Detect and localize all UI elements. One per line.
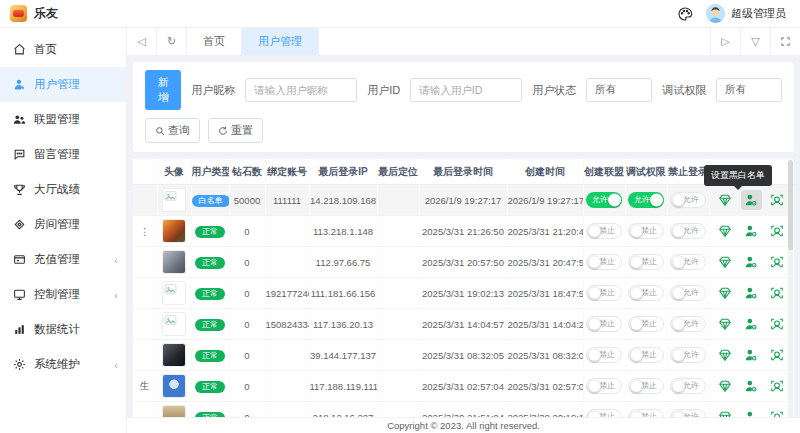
table-row[interactable]: 正常 0 1921772407 111.181.66.156 2025/3/31… [133,278,793,309]
face-review-icon[interactable] [767,190,788,210]
toggle-switch[interactable]: 允许 [670,223,706,239]
toggle-switch[interactable]: 允许 [670,347,706,363]
diamond-icon[interactable] [715,252,736,272]
face-review-icon[interactable] [767,283,788,303]
toggle-switch[interactable]: 允许 [586,192,622,208]
diamonds-cell: 0 [229,216,265,247]
toggle-switch[interactable]: 禁止 [628,285,664,301]
sidebar-item-data-statistics[interactable]: 数据统计 [0,312,126,347]
diamond-icon[interactable] [715,190,736,210]
user-settings-icon[interactable] [741,283,762,303]
toggle-switch[interactable]: 禁止 [586,285,622,301]
table-row[interactable]: 正常 0 112.97.66.75 2025/3/31 20:57:50 202… [133,247,793,278]
table-row[interactable]: ⋮ 正常 0 113.218.1.148 2025/3/31 21:26:50 … [133,216,793,247]
face-review-icon[interactable] [767,376,788,396]
add-button[interactable]: 新增 [145,70,181,110]
debug-permission-toggle-cell: 禁止 [625,247,667,278]
toggle-switch[interactable]: 允许 [670,409,706,417]
toggle-switch[interactable]: 禁止 [628,316,664,332]
column-header: 头像 [157,159,191,185]
avatar-cell [157,402,191,418]
last-login-ip-cell: 117.136.20.13 [309,309,377,340]
face-review-icon[interactable] [767,345,788,365]
user-settings-icon[interactable] [741,407,762,417]
sidebar-item-home[interactable]: 首页 [0,32,126,67]
toggle-switch[interactable]: 禁止 [586,223,622,239]
tab-home[interactable]: 首页 [187,28,242,55]
fullscreen-icon[interactable] [770,28,800,55]
user-settings-icon[interactable] [741,314,762,334]
column-header: 最后登录IP [309,159,377,185]
toggle-switch[interactable]: 禁止 [586,316,622,332]
toggle-switch[interactable]: 允许 [628,192,664,208]
column-header: 最后定位 [377,159,419,185]
last-login-ip-cell: 113.218.1.148 [309,216,377,247]
scrollbar-thumb[interactable] [788,160,793,250]
toggle-switch[interactable]: 禁止 [628,347,664,363]
search-button[interactable]: 查询 [145,118,200,143]
last-location-cell [377,247,419,278]
toggle-switch[interactable]: 禁止 [586,378,622,394]
sidebar-item-room-management[interactable]: 房间管理 [0,207,126,242]
table-row[interactable]: 正常 0 15082433405 117.136.20.13 2025/3/31… [133,309,793,340]
nickname-input[interactable] [245,78,357,102]
table-row[interactable]: 白名单 50000 111111 14.218.109.168 2026/1/9… [133,185,793,216]
face-review-icon[interactable] [767,252,788,272]
toggle-switch[interactable]: 禁止 [628,223,664,239]
sidebar-item-label: 房间管理 [34,217,80,232]
toggle-switch[interactable]: 禁止 [586,254,622,270]
toggle-switch[interactable]: 禁止 [586,409,622,417]
toggle-switch[interactable]: 禁止 [628,409,664,417]
user-settings-icon[interactable] [741,252,762,272]
table-row[interactable]: 正常 0 39.144.177.137 2025/3/31 08:32:05 2… [133,340,793,371]
toggle-switch[interactable]: 允许 [670,285,706,301]
user-settings-icon[interactable] [741,376,762,396]
toggle-switch[interactable]: 允许 [670,192,706,208]
diamond-icon[interactable] [715,376,736,396]
vertical-scrollbar[interactable] [788,160,793,417]
table-row[interactable]: 生 正常 0 117.188.119.111 2025/3/31 02:57:0… [133,371,793,402]
tabbar-spacer [319,28,710,55]
face-review-icon[interactable] [767,314,788,334]
sidebar-item-message-management[interactable]: 留言管理 [0,137,126,172]
user-status-label: 用户状态 [532,83,576,98]
theme-palette-icon[interactable] [676,5,694,23]
diamond-icon[interactable] [715,345,736,365]
operations-cell [709,247,793,278]
avatar-cell [157,247,191,278]
tab-forward-icon[interactable]: ▷ [710,28,740,55]
user-settings-icon[interactable] [741,221,762,241]
tab-refresh-icon[interactable]: ↻ [157,28,187,55]
toggle-switch[interactable]: 允许 [670,378,706,394]
user-settings-icon[interactable] [741,190,762,210]
sidebar-item-system-maintenance[interactable]: 系统维护 ‹ [0,347,126,382]
tab-dropdown-icon[interactable]: ▽ [740,28,770,55]
diamond-icon[interactable] [715,221,736,241]
toggle-switch[interactable]: 允许 [670,254,706,270]
sidebar-item-user-management[interactable]: 用户管理 [0,67,126,102]
user-id-input[interactable] [410,78,522,102]
face-review-icon[interactable] [767,407,788,417]
sidebar-item-control-management[interactable]: 控制管理 ‹ [0,277,126,312]
diamond-icon[interactable] [715,283,736,303]
reset-button[interactable]: 重置 [208,118,263,143]
debug-permission-select[interactable]: 所有 [716,78,782,102]
tab-user-management[interactable]: 用户管理 [242,28,319,55]
diamond-icon[interactable] [715,407,736,417]
table-row[interactable]: 正常 0 218.12.16.227 2025/3/30 21:51:04 20… [133,402,793,418]
toggle-switch[interactable]: 允许 [670,316,706,332]
ban-login-toggle-cell: 允许 [667,371,709,402]
face-review-icon[interactable] [767,221,788,241]
user-status-select[interactable]: 所有 [586,78,652,102]
user-settings-icon[interactable] [741,345,762,365]
create-union-toggle-cell: 禁止 [583,278,625,309]
toggle-switch[interactable]: 禁止 [586,347,622,363]
sidebar-item-union-management[interactable]: 联盟管理 [0,102,126,137]
sidebar-item-recharge-management[interactable]: 充值管理 ‹ [0,242,126,277]
diamond-icon[interactable] [715,314,736,334]
user-menu[interactable]: 超级管理员 [706,4,786,23]
toggle-switch[interactable]: 禁止 [628,254,664,270]
sidebar-item-hall-records[interactable]: 大厅战绩 [0,172,126,207]
toggle-switch[interactable]: 禁止 [628,378,664,394]
tab-back-icon[interactable]: ◁ [127,28,157,55]
